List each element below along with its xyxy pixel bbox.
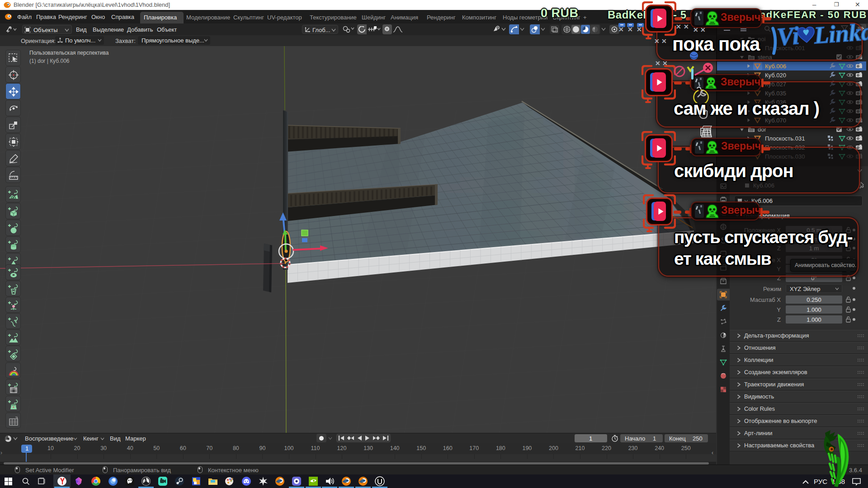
svg-text:Linka: Linka bbox=[813, 18, 868, 49]
svg-text:Vi: Vi bbox=[776, 22, 800, 51]
